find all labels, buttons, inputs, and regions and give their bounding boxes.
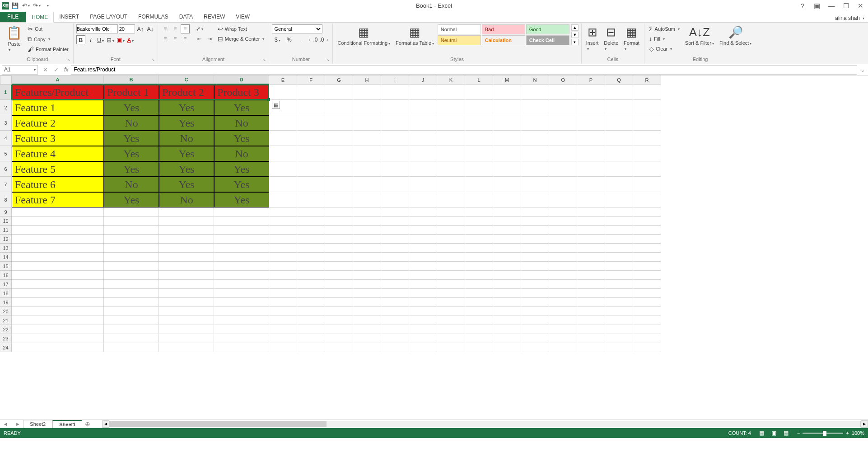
cut-button[interactable]: ✂Cut xyxy=(26,24,70,33)
cell-B18[interactable] xyxy=(104,289,159,298)
cell-R21[interactable] xyxy=(633,316,661,325)
cell-D20[interactable] xyxy=(214,307,269,316)
cell-F4[interactable] xyxy=(297,131,325,146)
cell-M23[interactable] xyxy=(493,334,521,343)
cell-L13[interactable] xyxy=(465,244,493,253)
tab-view[interactable]: VIEW xyxy=(230,12,255,22)
cell-D10[interactable] xyxy=(214,217,269,226)
cell-G13[interactable] xyxy=(325,244,353,253)
cell-R3[interactable] xyxy=(633,115,661,131)
copy-button[interactable]: ⧉Copy▾ xyxy=(26,34,70,44)
cell-K9[interactable] xyxy=(437,207,465,217)
cell-O9[interactable] xyxy=(549,207,577,217)
cell-B19[interactable] xyxy=(104,298,159,307)
cell-N17[interactable] xyxy=(521,280,549,289)
cell-G18[interactable] xyxy=(325,289,353,298)
cell-A16[interactable] xyxy=(12,271,104,280)
cell-R22[interactable] xyxy=(633,325,661,334)
cell-N24[interactable] xyxy=(521,343,549,352)
cell-K5[interactable] xyxy=(437,146,465,161)
cell-P16[interactable] xyxy=(577,271,605,280)
cell-E16[interactable] xyxy=(269,271,297,280)
cell-N10[interactable] xyxy=(521,217,549,226)
cell-H10[interactable] xyxy=(353,217,381,226)
cell-L24[interactable] xyxy=(465,343,493,352)
cell-G4[interactable] xyxy=(325,131,353,146)
cell-M1[interactable] xyxy=(493,85,521,100)
cell-C24[interactable] xyxy=(159,343,214,352)
col-header-J[interactable]: J xyxy=(409,75,437,85)
cell-L5[interactable] xyxy=(465,146,493,161)
cell-E24[interactable] xyxy=(269,343,297,352)
cell-H19[interactable] xyxy=(353,298,381,307)
cell-K12[interactable] xyxy=(437,235,465,244)
cell-P7[interactable] xyxy=(577,177,605,192)
fx-icon[interactable]: fx xyxy=(61,66,71,73)
cell-A24[interactable] xyxy=(12,343,104,352)
number-format-select[interactable]: General xyxy=(272,24,322,33)
cell-Q8[interactable] xyxy=(605,192,633,207)
fill-color-button[interactable]: ▣▾ xyxy=(116,35,125,44)
cell-L18[interactable] xyxy=(465,289,493,298)
cell-D21[interactable] xyxy=(214,316,269,325)
currency-button[interactable]: $▾ xyxy=(272,35,283,44)
cell-H22[interactable] xyxy=(353,325,381,334)
cell-J11[interactable] xyxy=(409,226,437,235)
cell-B24[interactable] xyxy=(104,343,159,352)
cell-L21[interactable] xyxy=(465,316,493,325)
cell-F15[interactable] xyxy=(297,262,325,271)
cell-E13[interactable] xyxy=(269,244,297,253)
cell-C2[interactable]: Yes xyxy=(159,100,214,115)
cell-R7[interactable] xyxy=(633,177,661,192)
cell-O5[interactable] xyxy=(549,146,577,161)
cell-R6[interactable] xyxy=(633,161,661,177)
cell-A17[interactable] xyxy=(12,280,104,289)
cell-J4[interactable] xyxy=(409,131,437,146)
cell-B6[interactable]: Yes xyxy=(104,161,159,177)
qa-customize-button[interactable]: ▾ xyxy=(42,1,52,11)
cell-K2[interactable] xyxy=(437,100,465,115)
cell-E12[interactable] xyxy=(269,235,297,244)
cell-J10[interactable] xyxy=(409,217,437,226)
cell-C15[interactable] xyxy=(159,262,214,271)
cell-F10[interactable] xyxy=(297,217,325,226)
cell-F13[interactable] xyxy=(297,244,325,253)
cell-L16[interactable] xyxy=(465,271,493,280)
cell-N15[interactable] xyxy=(521,262,549,271)
cell-F17[interactable] xyxy=(297,280,325,289)
cell-A20[interactable] xyxy=(12,307,104,316)
sheet-tab-sheet1[interactable]: Sheet1 xyxy=(52,420,82,428)
cell-Q24[interactable] xyxy=(605,343,633,352)
cell-I19[interactable] xyxy=(381,298,409,307)
cell-L23[interactable] xyxy=(465,334,493,343)
cell-H5[interactable] xyxy=(353,146,381,161)
cell-E4[interactable] xyxy=(269,131,297,146)
cell-K23[interactable] xyxy=(437,334,465,343)
cell-B9[interactable] xyxy=(104,207,159,217)
cell-D16[interactable] xyxy=(214,271,269,280)
cell-E22[interactable] xyxy=(269,325,297,334)
cell-L15[interactable] xyxy=(465,262,493,271)
cell-P20[interactable] xyxy=(577,307,605,316)
cell-I8[interactable] xyxy=(381,192,409,207)
formula-cancel-button[interactable]: ✕ xyxy=(40,65,51,75)
col-header-R[interactable]: R xyxy=(633,75,661,85)
cell-L6[interactable] xyxy=(465,161,493,177)
cell-O16[interactable] xyxy=(549,271,577,280)
cell-D6[interactable]: Yes xyxy=(214,161,269,177)
cell-D7[interactable]: Yes xyxy=(214,177,269,192)
insert-cells-button[interactable]: ⊞Insert▾ xyxy=(584,24,601,52)
paste-button[interactable]: 📋 Paste▾ xyxy=(5,24,24,53)
cell-F1[interactable] xyxy=(297,85,325,100)
col-header-A[interactable]: A xyxy=(12,75,104,85)
cell-O13[interactable] xyxy=(549,244,577,253)
cell-L8[interactable] xyxy=(465,192,493,207)
cell-M22[interactable] xyxy=(493,325,521,334)
cell-R10[interactable] xyxy=(633,217,661,226)
cell-I15[interactable] xyxy=(381,262,409,271)
cell-R23[interactable] xyxy=(633,334,661,343)
zoom-level[interactable]: 100% xyxy=(852,430,864,436)
cell-H8[interactable] xyxy=(353,192,381,207)
cell-Q14[interactable] xyxy=(605,253,633,262)
cell-G1[interactable] xyxy=(325,85,353,100)
